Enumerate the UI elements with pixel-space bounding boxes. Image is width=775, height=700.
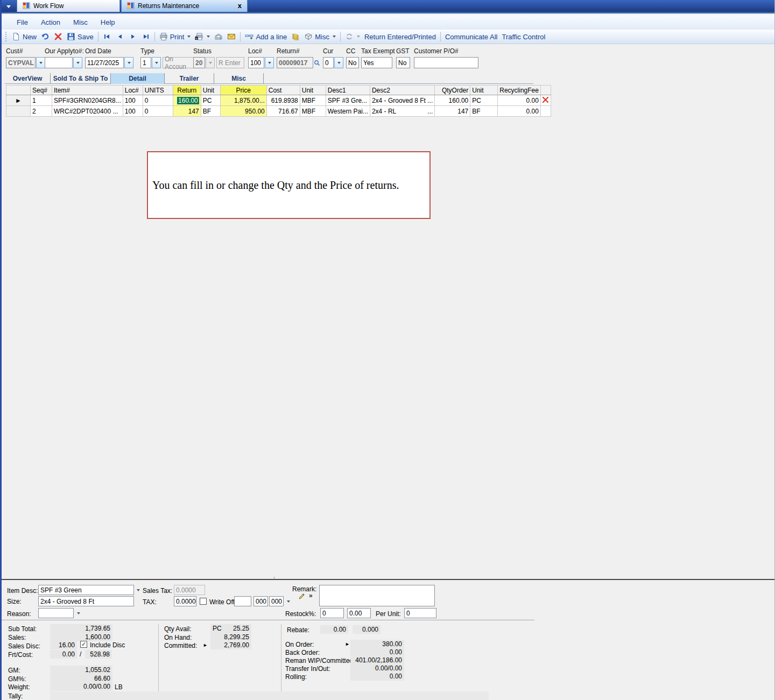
col-price[interactable]: Price — [220, 86, 266, 95]
delete-row-button[interactable] — [540, 95, 551, 106]
restock-input1[interactable]: 0 — [320, 608, 344, 618]
return-search-button[interactable] — [313, 57, 320, 68]
cell-return-selected[interactable]: 160.00 — [173, 95, 201, 106]
tab-sold-to-ship-to[interactable]: Sold To & Ship To — [51, 73, 111, 84]
cell-units[interactable]: 0 — [143, 106, 173, 117]
cell-unit3[interactable]: PC — [470, 95, 498, 106]
col-unit3[interactable]: Unit — [470, 86, 498, 95]
col-desc1[interactable]: Desc1 — [326, 86, 370, 95]
write-off-code2-input[interactable]: 000 — [269, 596, 284, 606]
write-off-dropdown-button[interactable] — [284, 596, 291, 606]
cell-unit3[interactable]: BF — [470, 106, 498, 117]
item-desc-input[interactable]: SPF #3 Green — [38, 585, 134, 595]
cell-seq[interactable]: 2 — [31, 106, 52, 117]
cell-price[interactable]: 950.00 — [220, 106, 266, 117]
type-input[interactable]: 1 — [140, 57, 151, 68]
edit-pencil-icon[interactable] — [298, 593, 305, 602]
menu-action[interactable]: Action — [34, 17, 67, 28]
splitter-handle[interactable]: ⁝ — [273, 575, 275, 581]
tab-overview[interactable]: OverView — [5, 73, 51, 84]
undo-button[interactable] — [39, 31, 52, 42]
row-selector[interactable] — [6, 106, 31, 117]
toolbar-grip[interactable] — [5, 32, 7, 41]
reason-dropdown-button[interactable] — [74, 608, 81, 618]
cell-return[interactable]: 147 — [173, 106, 201, 117]
status-input[interactable]: 20 — [193, 57, 205, 68]
cur-input[interactable]: 0 — [323, 57, 334, 68]
col-seq[interactable]: Seq# — [31, 86, 52, 95]
return-no-input[interactable]: 00009017 — [277, 57, 313, 68]
cell-qty-order[interactable]: 160.00 — [435, 95, 470, 106]
write-off-input[interactable] — [234, 596, 251, 606]
tab-detail[interactable]: Detail — [111, 73, 165, 84]
col-recycling-fee[interactable]: RecyclingFee — [498, 86, 541, 95]
col-cost[interactable]: Cost — [266, 86, 300, 95]
customer-po-input[interactable] — [414, 57, 478, 68]
communicate-all-button[interactable]: Communicate All — [443, 32, 500, 42]
cust-dropdown-button[interactable] — [36, 57, 45, 68]
write-off-checkbox[interactable] — [200, 598, 207, 605]
cust-input[interactable]: CYPVAL — [6, 57, 36, 68]
cell-loc[interactable]: 100 — [123, 95, 143, 106]
print-button[interactable]: Print — [157, 31, 193, 42]
cell-item[interactable]: WRC#2DPT020400 ... — [52, 106, 123, 117]
tab-returns-maintenance[interactable]: Returns Maintenance x — [121, 0, 248, 12]
cell-recycling-fee[interactable]: 0.00 — [498, 106, 541, 117]
pages-stack-button[interactable] — [289, 31, 302, 42]
loc-input[interactable]: 100 — [248, 57, 264, 68]
close-tab-icon[interactable]: x — [238, 2, 242, 9]
type-dropdown-button[interactable] — [152, 57, 161, 68]
cell-units[interactable]: 0 — [143, 95, 173, 106]
remark-expand-icon[interactable]: » — [309, 592, 313, 599]
traffic-control-button[interactable]: Traffic Control — [499, 32, 547, 42]
misc-toolbar-button[interactable]: Misc — [302, 31, 338, 42]
cell-price[interactable]: 1,875.00... — [220, 95, 266, 106]
row-selector-current[interactable]: ► — [6, 95, 31, 106]
nav-previous-button[interactable] — [114, 31, 126, 42]
cell-desc1[interactable]: SPF #3 Gre... — [326, 95, 370, 106]
delete-button[interactable] — [52, 31, 65, 42]
col-loc[interactable]: Loc# — [123, 86, 143, 95]
tax-input[interactable]: 0.0000 — [174, 596, 196, 606]
per-unit-input[interactable]: 0 — [404, 608, 436, 618]
batch-print-button[interactable]: B — [193, 31, 212, 42]
remark-textarea[interactable] — [319, 585, 435, 606]
cell-loc[interactable]: 100 — [123, 106, 143, 117]
menu-file[interactable]: File — [10, 17, 34, 28]
size-input[interactable]: 2x4 - Grooved 8 Ft — [38, 596, 134, 606]
col-unit1[interactable]: Unit — [201, 86, 220, 95]
cell-recycling-fee[interactable]: 0.00 — [498, 95, 541, 106]
col-desc2[interactable]: Desc2 — [370, 86, 434, 95]
reason-input[interactable] — [38, 608, 74, 618]
add-a-line-button[interactable]: Add a line — [243, 31, 289, 42]
nav-first-button[interactable] — [101, 31, 114, 42]
cell-qty-order[interactable]: 147 — [435, 106, 470, 117]
write-off-code1-input[interactable]: 000 — [253, 596, 268, 606]
fax-button[interactable] — [212, 31, 225, 42]
applyto-dropdown-button[interactable] — [73, 57, 82, 68]
sync-button[interactable] — [343, 31, 362, 42]
cell-unit[interactable]: PC — [201, 95, 220, 106]
cell-desc1[interactable]: Western Pai... — [326, 106, 370, 117]
cell-unit2[interactable]: MBF — [300, 106, 326, 117]
cur-dropdown-button[interactable] — [334, 57, 343, 68]
new-button[interactable]: New — [10, 31, 39, 42]
restock-input2[interactable]: 0.00 — [347, 608, 371, 618]
ord-date-input[interactable]: 11/27/2025 — [85, 57, 124, 68]
col-item[interactable]: Item# — [52, 86, 123, 95]
nav-last-button[interactable] — [139, 31, 152, 42]
dropdown-arrow-icon[interactable] — [333, 36, 336, 38]
menu-help[interactable]: Help — [94, 17, 122, 28]
col-qty-order[interactable]: QtyOrder — [435, 86, 470, 95]
menu-misc[interactable]: Misc — [67, 17, 94, 28]
tab-work-flow[interactable]: Work Flow — [17, 0, 120, 12]
item-desc-dropdown-button[interactable] — [134, 585, 141, 595]
dropdown-arrow-icon[interactable] — [207, 36, 210, 38]
cell-cost[interactable]: 619.8938 — [266, 95, 300, 106]
cell-unit2[interactable]: MBF — [300, 95, 326, 106]
tab-trailer[interactable]: Trailer — [165, 73, 214, 84]
status-dropdown-button[interactable] — [206, 57, 215, 68]
tab-list-dropdown-button[interactable] — [3, 1, 15, 12]
loc-dropdown-button[interactable] — [265, 57, 274, 68]
ord-date-dropdown-button[interactable] — [124, 57, 133, 68]
